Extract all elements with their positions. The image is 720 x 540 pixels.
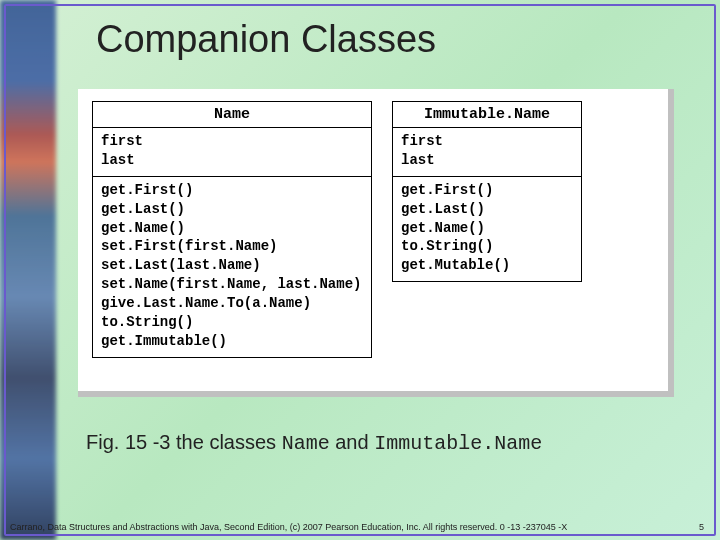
page-number: 5 (699, 522, 704, 532)
figure-shadow: Name first last get.First() get.Last() g… (78, 89, 674, 397)
slide-footer: Carrano, Data Structures and Abstraction… (10, 522, 710, 532)
uml-class-immutable-name: Immutable.Name first last get.First() ge… (392, 101, 582, 282)
footer-text: Carrano, Data Structures and Abstraction… (10, 522, 567, 532)
decorative-left-strip (0, 0, 56, 540)
caption-prefix: Fig. 15 -3 the classes (86, 431, 282, 453)
caption-class1: Name (282, 432, 330, 455)
caption-mid: and (330, 431, 374, 453)
uml-class-name-methods: get.First() get.Last() get.Name() set.Fi… (93, 177, 371, 357)
slide-content: Companion Classes Name first last get.Fi… (56, 0, 720, 540)
uml-class-immutable-header: Immutable.Name (393, 102, 581, 128)
uml-class-immutable-methods: get.First() get.Last() get.Name() to.Str… (393, 177, 581, 281)
caption-class2: Immutable.Name (374, 432, 542, 455)
uml-class-name-fields: first last (93, 128, 371, 177)
slide-title: Companion Classes (96, 18, 700, 61)
uml-class-immutable-fields: first last (393, 128, 581, 177)
uml-class-name-header: Name (93, 102, 371, 128)
uml-class-name: Name first last get.First() get.Last() g… (92, 101, 372, 358)
uml-figure: Name first last get.First() get.Last() g… (78, 89, 668, 391)
figure-caption: Fig. 15 -3 the classes Name and Immutabl… (86, 431, 700, 455)
